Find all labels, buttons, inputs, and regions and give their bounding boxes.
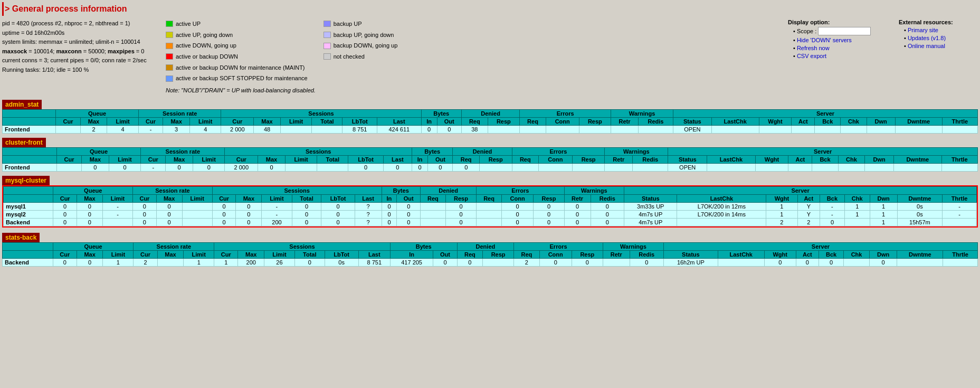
table-cell: 0 — [572, 258, 603, 266]
table-cell: 0 — [412, 163, 427, 171]
table-cell — [941, 163, 977, 171]
table-cell: 0 — [321, 218, 355, 226]
table-cell — [611, 125, 639, 133]
maxsock-info: maxsock = 100014; maxconn = 50000; maxpi… — [2, 47, 160, 56]
table-cell: 1 — [870, 210, 897, 218]
table-cell: - — [262, 210, 292, 218]
table-cell: 1 — [766, 202, 797, 210]
table-cell: 0 — [236, 210, 262, 218]
table-cell: 0 — [382, 210, 397, 218]
table-row: mysql100-0000-00?00000003m33s UPL7OK/200… — [4, 202, 977, 210]
table-cell — [865, 163, 894, 171]
table-cell — [483, 258, 514, 266]
table-cell: 0 — [421, 125, 437, 133]
table-cell: 0 — [133, 210, 157, 218]
table-cell — [815, 125, 841, 133]
table-cell: ? — [355, 218, 382, 226]
legend-item-9: backup DOWN, going up — [324, 41, 398, 51]
row-label: mysql1 — [4, 202, 53, 210]
table-cell — [605, 163, 633, 171]
table-cell: Y — [797, 202, 820, 210]
table-cell: 2 000 — [225, 163, 258, 171]
table-cell — [102, 218, 132, 226]
table-cell: 0 — [397, 218, 421, 226]
table-cell: 0 — [819, 258, 843, 266]
table-cell — [479, 163, 512, 171]
table-cell — [718, 258, 764, 266]
hide-down-link-item: Hide 'DOWN' servers — [793, 37, 893, 43]
legend-box-backup-up — [324, 21, 331, 27]
table-cell: 8 751 — [358, 258, 390, 266]
table-cell: 0 — [591, 202, 624, 210]
table-cell — [56, 125, 80, 133]
table-cell — [488, 125, 520, 133]
table-cell — [812, 163, 838, 171]
table-cell: 3m33s UP — [624, 202, 677, 210]
legend-item-8: backup UP, going down — [324, 30, 398, 40]
legend-box-backup-up-down — [324, 32, 331, 38]
refresh-now-link[interactable]: Refresh now — [797, 45, 830, 51]
legend-note: Note: "NOLB"/"DRAIN" = UP with load-bala… — [166, 86, 783, 96]
updates-link[interactable]: Updates (v1.8) — [908, 35, 946, 41]
scope-input[interactable] — [818, 27, 871, 35]
table-cell: 0 — [534, 210, 564, 218]
table-cell: 0 — [156, 218, 182, 226]
table-cell: 0 — [109, 163, 140, 171]
stats-table-cluster_front: QueueSession rateSessionsBytesDeniedErro… — [2, 147, 978, 172]
table-cell: 0 — [53, 202, 77, 210]
table-cell: OPEN — [668, 163, 707, 171]
table-cell: 4m7s UP — [624, 210, 677, 218]
table-cell — [421, 210, 446, 218]
table-cell — [897, 258, 943, 266]
csv-export-link-item: CSV export — [793, 53, 893, 59]
legend-box-maint — [166, 64, 173, 71]
hide-down-link[interactable]: Hide 'DOWN' servers — [797, 37, 852, 43]
legend-item-1: active UP — [166, 19, 308, 29]
manual-link[interactable]: Online manual — [908, 43, 945, 49]
running-tasks-info: Running tasks: 1/10; idle = 100 % — [2, 65, 160, 75]
table-cell: 0 — [869, 258, 897, 266]
table-cell: 417 205 — [390, 258, 433, 266]
table-cell: 0 — [437, 125, 461, 133]
table-cell: 2 — [134, 258, 157, 266]
row-label: Backend — [4, 218, 53, 226]
legend-item-4: active or backup DOWN — [166, 52, 308, 62]
table-cell — [707, 163, 756, 171]
page-container: > General process information pid = 4820… — [0, 0, 980, 273]
table-cell: - — [820, 210, 845, 218]
table-cell: - — [102, 202, 132, 210]
table-cell — [788, 163, 812, 171]
table-cell — [792, 125, 815, 133]
table-cell: 0 — [501, 218, 533, 226]
table-cell: 48 — [254, 125, 281, 133]
table-cell: ? — [355, 210, 382, 218]
table-cell: 0 — [77, 202, 103, 210]
table-cell: 0 — [383, 163, 412, 171]
table-cell: 0 — [397, 202, 421, 210]
legend-box-soft-stopped — [166, 75, 173, 82]
table-cell: 0 — [212, 202, 236, 210]
table-cell — [285, 163, 317, 171]
table-cell: 0 — [77, 258, 103, 266]
legend-item-2: active UP, going down — [166, 30, 308, 40]
table-cell: 1 — [870, 202, 897, 210]
section-mysql_cluster: mysql-clusterQueueSession rateSessionsBy… — [2, 176, 978, 229]
table-cell: 0 — [457, 258, 482, 266]
csv-export-link[interactable]: CSV export — [797, 53, 826, 59]
table-cell: 2 000 — [221, 125, 254, 133]
table-cell: Y — [797, 210, 820, 218]
table-cell: 1 — [103, 258, 134, 266]
table-cell: 4 — [107, 125, 138, 133]
table-cell: 0 — [564, 218, 591, 226]
table-cell: 0 — [292, 218, 321, 226]
section-stats_back: stats-backQueueSession rateSessionsBytes… — [2, 233, 978, 267]
table-cell — [867, 125, 895, 133]
table-cell: 1 — [766, 210, 797, 218]
table-cell: 1 — [870, 218, 897, 226]
table-cell — [312, 125, 342, 133]
table-cell: 3 — [163, 125, 190, 133]
table-cell — [182, 202, 212, 210]
primary-site-link[interactable]: Primary site — [908, 27, 938, 33]
table-cell: 0 — [382, 218, 397, 226]
table-cell — [603, 258, 630, 266]
